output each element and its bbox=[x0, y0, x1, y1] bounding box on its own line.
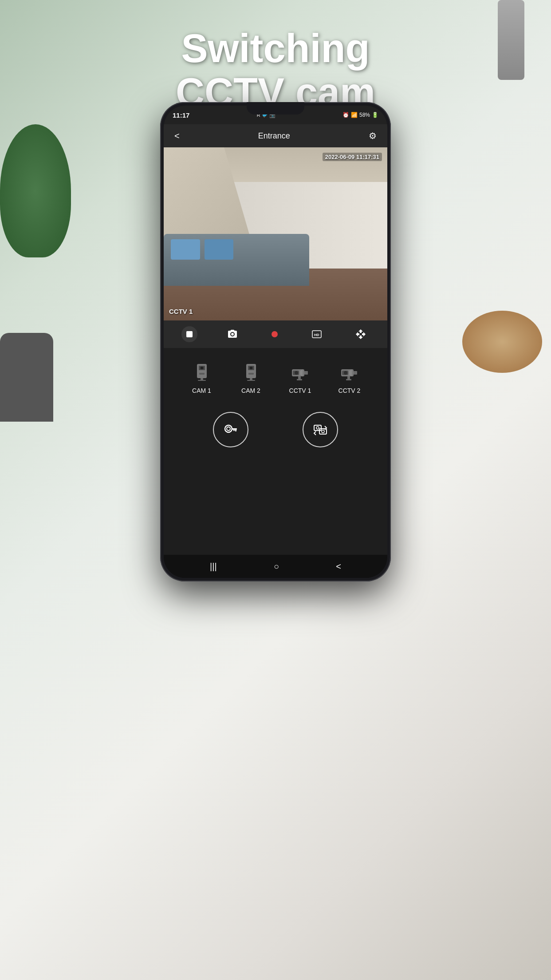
svg-rect-9 bbox=[198, 380, 206, 381]
cam-item-2[interactable]: CAM 2 bbox=[240, 361, 262, 394]
record-button[interactable] bbox=[268, 328, 281, 341]
phone-frame: 11:17 R 🐦 📷 ⏰ 📶 58% 🔋 < Entrance ⚙ bbox=[160, 102, 391, 581]
svg-rect-30 bbox=[346, 379, 351, 380]
svg-point-32 bbox=[227, 427, 230, 431]
nav-back-button[interactable]: < bbox=[332, 558, 345, 575]
svg-point-6 bbox=[201, 367, 203, 369]
phone-screen: 11:17 R 🐦 📷 ⏰ 📶 58% 🔋 < Entrance ⚙ bbox=[164, 106, 387, 578]
bg-bowl bbox=[462, 311, 542, 373]
svg-rect-23 bbox=[297, 379, 302, 380]
cctv-item-1[interactable]: CCTV 1 bbox=[289, 361, 311, 394]
alarm-icon: ⏰ bbox=[342, 112, 349, 118]
phone-notch bbox=[247, 102, 304, 115]
camera-timestamp: 2022-06-09 11:17:31 bbox=[323, 153, 382, 161]
stop-icon bbox=[186, 331, 193, 337]
svg-rect-33 bbox=[232, 428, 237, 430]
svg-rect-34 bbox=[235, 430, 236, 431]
camera-list-area: CAM 1 CAM 2 bbox=[164, 348, 387, 555]
sofa-cushion-2 bbox=[205, 239, 234, 260]
camera-label: CCTV 1 bbox=[169, 308, 193, 315]
wifi-icon: 📶 bbox=[351, 112, 358, 118]
nav-bar: ||| ○ < bbox=[164, 555, 387, 578]
hd-button[interactable]: HD bbox=[308, 325, 326, 343]
svg-point-26 bbox=[344, 371, 347, 375]
cam2-label: CAM 2 bbox=[241, 387, 260, 394]
svg-rect-7 bbox=[199, 373, 205, 375]
svg-rect-35 bbox=[233, 430, 235, 431]
svg-point-39 bbox=[322, 430, 324, 433]
svg-point-31 bbox=[225, 425, 232, 432]
svg-rect-22 bbox=[298, 376, 301, 379]
move-icon bbox=[355, 329, 366, 340]
cam-item-1[interactable]: CAM 1 bbox=[191, 361, 213, 394]
cctv2-icon bbox=[338, 361, 361, 383]
nav-menu-button[interactable]: ||| bbox=[206, 558, 220, 575]
svg-rect-15 bbox=[250, 378, 252, 380]
cctv1-label: CCTV 1 bbox=[289, 387, 311, 394]
status-time: 11:17 bbox=[173, 111, 189, 119]
bg-fixture bbox=[498, 0, 524, 80]
battery-label: 58% bbox=[359, 112, 370, 118]
control-bar: HD bbox=[164, 320, 387, 348]
svg-text:HD: HD bbox=[314, 333, 319, 337]
svg-point-38 bbox=[316, 427, 319, 429]
sofa bbox=[164, 234, 309, 286]
cam1-label: CAM 1 bbox=[192, 387, 211, 394]
sofa-cushion-1 bbox=[171, 239, 200, 260]
svg-rect-8 bbox=[201, 378, 203, 380]
key-icon bbox=[223, 422, 239, 438]
record-icon bbox=[272, 331, 278, 337]
svg-rect-27 bbox=[354, 371, 357, 375]
app-bar: < Entrance ⚙ bbox=[164, 124, 387, 147]
svg-rect-20 bbox=[304, 371, 308, 375]
svg-rect-16 bbox=[247, 380, 255, 381]
nav-home-button[interactable]: ○ bbox=[270, 558, 283, 575]
cctv-item-2[interactable]: CCTV 2 bbox=[338, 361, 361, 394]
snapshot-button[interactable] bbox=[224, 325, 241, 343]
cam1-icon bbox=[191, 361, 213, 383]
svg-rect-29 bbox=[347, 376, 350, 379]
svg-point-0 bbox=[231, 333, 234, 336]
room-interior bbox=[164, 147, 387, 320]
screen-title: Entrance bbox=[258, 131, 290, 141]
hd-icon: HD bbox=[311, 329, 322, 340]
svg-rect-14 bbox=[248, 373, 254, 375]
switch-cam-button[interactable] bbox=[303, 412, 338, 447]
switch-cam-icon bbox=[312, 422, 328, 438]
cctv2-label: CCTV 2 bbox=[338, 387, 361, 394]
bg-plant bbox=[0, 124, 71, 257]
cctv1-icon bbox=[289, 361, 311, 383]
settings-button[interactable]: ⚙ bbox=[365, 129, 380, 143]
battery-icon: 🔋 bbox=[372, 112, 378, 118]
svg-point-19 bbox=[295, 371, 298, 375]
action-buttons-row bbox=[173, 412, 378, 447]
move-button[interactable] bbox=[352, 325, 370, 343]
bg-chair bbox=[0, 333, 53, 422]
stop-button[interactable] bbox=[181, 326, 197, 342]
svg-point-13 bbox=[250, 367, 252, 369]
camera-icon bbox=[227, 329, 238, 340]
camera-icons-row: CAM 1 CAM 2 bbox=[173, 361, 378, 394]
status-icons-right: ⏰ 📶 58% 🔋 bbox=[342, 112, 378, 118]
back-button[interactable]: < bbox=[171, 129, 183, 143]
camera-feed: 2022-06-09 11:17:31 CCTV 1 bbox=[164, 147, 387, 320]
key-button[interactable] bbox=[213, 412, 248, 447]
cam2-icon bbox=[240, 361, 262, 383]
svg-rect-36 bbox=[314, 425, 321, 431]
